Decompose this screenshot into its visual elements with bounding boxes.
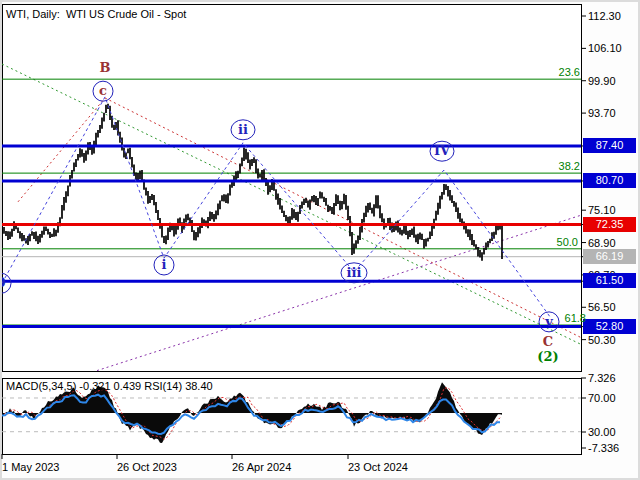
fib-label-50.0: 50.0 bbox=[518, 236, 578, 248]
wave-label-c: c bbox=[99, 83, 107, 98]
wave-zigzag bbox=[2, 97, 551, 318]
price-tick-99.90: 99.90 bbox=[588, 75, 616, 87]
date-label: 26 Apr 2024 bbox=[232, 461, 291, 473]
price-tick-112.30: 112.30 bbox=[588, 10, 621, 22]
wave-label-ii: ii bbox=[238, 122, 248, 137]
wave-label-(2): (2) bbox=[537, 349, 558, 364]
fib-label-61.8: 61.8 bbox=[526, 312, 586, 324]
price-tick-50.30: 50.30 bbox=[588, 334, 616, 346]
date-label: 23 Oct 2024 bbox=[348, 461, 408, 473]
price-badge-66.19: 66.19 bbox=[583, 249, 636, 264]
price-badge-72.35: 72.35 bbox=[583, 217, 636, 232]
price-badge-87.40: 87.40 bbox=[583, 138, 636, 153]
main-chart-layer: Bc0iiiiiiIVvC(2) bbox=[0, 60, 582, 376]
price-tick-75.10: 75.10 bbox=[588, 204, 616, 216]
price-tick-93.70: 93.70 bbox=[588, 107, 616, 119]
red-trendline-down bbox=[105, 98, 582, 338]
price-badge-52.80: 52.80 bbox=[583, 319, 636, 334]
green-trendline bbox=[2, 64, 582, 345]
wave-label-IV: IV bbox=[434, 143, 451, 158]
indicator-tick-7.326: 7.326 bbox=[588, 372, 616, 384]
wave-label-0: 0 bbox=[0, 275, 6, 290]
price-badge-61.50: 61.50 bbox=[583, 273, 636, 288]
chart-title: WTI, Daily: WTI US Crude Oil - Spot bbox=[6, 8, 186, 20]
price-tick-106.10: 106.10 bbox=[588, 42, 622, 54]
wave-label-i: i bbox=[162, 257, 167, 272]
wave-label-iii: iii bbox=[347, 265, 362, 280]
price-badge-80.70: 80.70 bbox=[583, 173, 636, 188]
wave-label-B: B bbox=[100, 60, 111, 75]
axis-ticks bbox=[2, 16, 586, 459]
fib-label-38.2: 38.2 bbox=[520, 160, 580, 172]
price-tick-56.50: 56.50 bbox=[588, 301, 616, 313]
date-label: 26 Oct 2023 bbox=[117, 461, 177, 473]
indicator-tick-30.00: 30.00 bbox=[588, 426, 616, 438]
wave-label-C: C bbox=[543, 334, 553, 349]
date-label: 1 May 2023 bbox=[2, 461, 59, 473]
fib-label-23.6: 23.6 bbox=[520, 66, 580, 78]
chart-window: Bc0iiiiiiIVvC(2) WTI, Daily: WTI US Crud… bbox=[0, 0, 640, 480]
purple-trendline bbox=[78, 215, 582, 377]
price-tick-68.90: 68.90 bbox=[588, 237, 616, 249]
indicator-tick--7.336: -7.336 bbox=[588, 442, 619, 454]
indicator-label: MACD(5,34,5) -0.321 0.439 RSI(14) 38.40 bbox=[6, 380, 213, 392]
indicator-tick-70.00: 70.00 bbox=[588, 392, 616, 404]
